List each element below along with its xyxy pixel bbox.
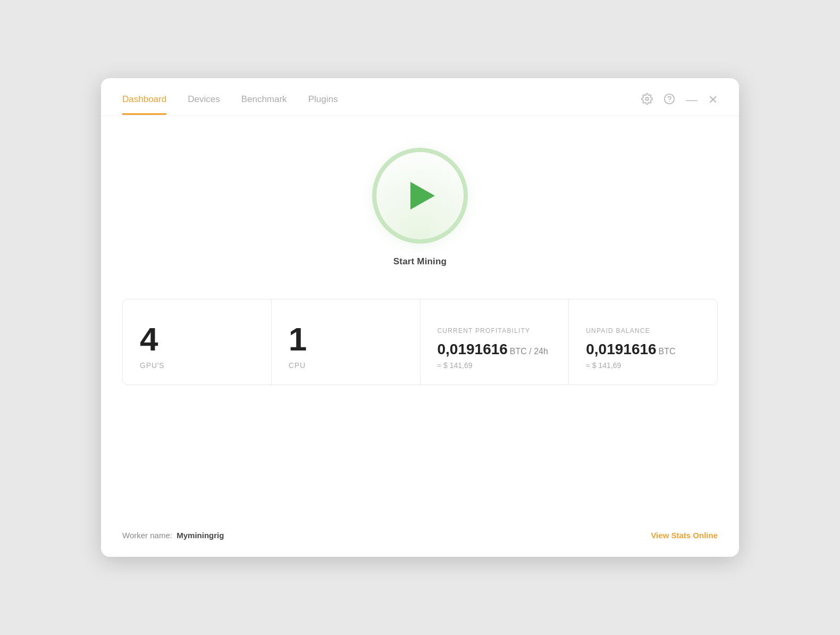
nav-tabs: Dashboard Devices Benchmark Plugins <box>122 94 641 115</box>
profitability-unit: BTC / 24h <box>510 347 548 356</box>
stats-row: 4 GPU'S 1 CPU CURRENT PROFITABILITY 0,01… <box>122 299 718 385</box>
view-stats-link[interactable]: View Stats Online <box>651 531 718 540</box>
cpu-stat-card: 1 CPU <box>272 299 421 385</box>
svg-point-0 <box>645 97 649 101</box>
gpu-label: GPU'S <box>140 361 254 370</box>
main-content: Start Mining 4 GPU'S 1 CPU CURRENT PROFI… <box>101 116 739 518</box>
settings-icon[interactable] <box>641 93 653 107</box>
unpaid-balance-header: UNPAID BALANCE <box>586 327 700 335</box>
play-icon <box>410 182 435 210</box>
window-controls: — ✕ <box>641 93 718 115</box>
footer: Worker name: Myminingrig View Stats Onli… <box>101 518 739 557</box>
profitability-header: CURRENT PROFITABILITY <box>438 327 552 335</box>
gpu-stat-card: 4 GPU'S <box>123 299 272 385</box>
tab-devices[interactable]: Devices <box>188 94 220 115</box>
unpaid-balance-usd: ≈ $ 141,69 <box>586 361 700 370</box>
worker-name-text: Worker name: Myminingrig <box>122 531 224 540</box>
close-icon[interactable]: ✕ <box>708 94 718 106</box>
start-mining-button[interactable] <box>372 148 468 244</box>
start-mining-label: Start Mining <box>393 256 447 267</box>
profitability-usd: ≈ $ 141,69 <box>438 361 552 370</box>
profitability-value: 0,0191616BTC / 24h <box>438 341 552 358</box>
unpaid-balance-card: UNPAID BALANCE 0,0191616BTC ≈ $ 141,69 <box>569 299 717 385</box>
titlebar: Dashboard Devices Benchmark Plugins — ✕ <box>101 78 739 116</box>
cpu-count: 1 <box>289 323 403 356</box>
cpu-label: CPU <box>289 361 403 370</box>
play-button-wrapper: Start Mining <box>372 148 468 267</box>
tab-plugins[interactable]: Plugins <box>308 94 338 115</box>
unpaid-balance-unit: BTC <box>659 347 676 356</box>
help-icon[interactable] <box>663 93 675 107</box>
minimize-icon[interactable]: — <box>686 94 698 106</box>
app-window: Dashboard Devices Benchmark Plugins — ✕ <box>101 78 739 557</box>
worker-name-value: Myminingrig <box>177 531 224 540</box>
tab-benchmark[interactable]: Benchmark <box>241 94 287 115</box>
gpu-count: 4 <box>140 323 254 356</box>
profitability-card: CURRENT PROFITABILITY 0,0191616BTC / 24h… <box>421 299 569 385</box>
tab-dashboard[interactable]: Dashboard <box>122 94 166 115</box>
unpaid-balance-value: 0,0191616BTC <box>586 341 700 358</box>
